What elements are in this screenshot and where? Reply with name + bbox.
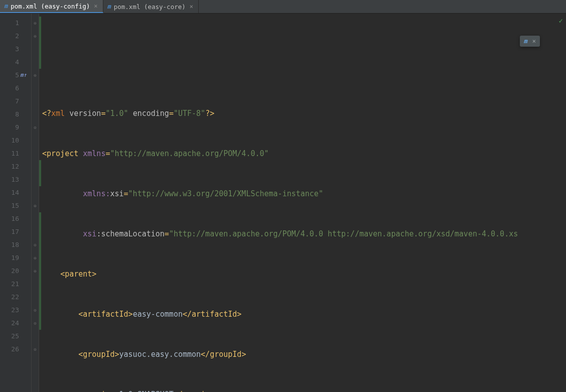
code-line[interactable]: <version>1.0-SNAPSHOT</version>	[39, 388, 566, 392]
tab-pom-easy-config[interactable]: m pom.xml (easy-config) ×	[0, 0, 103, 13]
code-line[interactable]: xmlns:xsi="http://www.w3.org/2001/XMLSch…	[39, 187, 566, 200]
line-number[interactable]: 19	[0, 251, 31, 265]
fold-handle[interactable]	[32, 160, 39, 173]
line-number[interactable]: 9	[0, 121, 31, 134]
line-number[interactable]: 12	[0, 160, 31, 173]
fold-handle[interactable]: ⊝	[32, 121, 39, 134]
editor: 12345m↑678910111213141516171819202122232…	[0, 14, 566, 392]
code-line[interactable]: <?xml version="1.0" encoding="UTF-8"?>	[39, 107, 566, 120]
code-line[interactable]: xsi:schemaLocation="http://maven.apache.…	[39, 227, 566, 240]
line-number[interactable]: 2	[0, 30, 31, 43]
fold-handle[interactable]	[32, 278, 39, 291]
fold-handle[interactable]	[32, 56, 39, 69]
tab-pom-easy-core[interactable]: m pom.xml (easy-core) ×	[103, 0, 199, 13]
code-line[interactable]: <groupId>yasuoc.easy.common</groupId>	[39, 348, 566, 361]
fold-handle[interactable]: ⊖	[32, 69, 39, 82]
line-number[interactable]: 17	[0, 225, 31, 238]
line-number[interactable]: 22	[0, 291, 31, 304]
close-icon[interactable]: ×	[532, 38, 536, 45]
line-number[interactable]: 4	[0, 56, 31, 69]
fold-handle[interactable]	[32, 291, 39, 304]
fold-handle[interactable]	[32, 147, 39, 160]
line-number[interactable]: 26	[0, 343, 31, 356]
fold-handle[interactable]	[32, 108, 39, 121]
close-icon[interactable]: ×	[93, 3, 98, 10]
fold-handle[interactable]	[32, 82, 39, 95]
fold-handle[interactable]	[32, 330, 39, 343]
fold-handle[interactable]: ⊖	[32, 30, 39, 43]
line-number[interactable]: 20	[0, 265, 31, 278]
line-number[interactable]: 21	[0, 278, 31, 291]
maven-icon: m	[524, 38, 527, 45]
fold-handle[interactable]	[32, 186, 39, 199]
line-number[interactable]: 15	[0, 199, 31, 212]
line-number[interactable]: 11	[0, 147, 31, 160]
vcs-change-marker[interactable]	[39, 160, 41, 186]
line-number[interactable]: 1	[0, 17, 31, 30]
close-icon[interactable]: ×	[189, 3, 194, 10]
line-number[interactable]: 14	[0, 186, 31, 199]
maven-gutter-icon[interactable]: m↑	[20, 69, 27, 82]
line-number[interactable]: 16	[0, 212, 31, 225]
maven-reload-popup[interactable]: m ×	[520, 36, 540, 47]
line-number[interactable]: 3	[0, 43, 31, 56]
line-number[interactable]: 8	[0, 108, 31, 121]
fold-handle[interactable]: ⊖	[32, 265, 39, 278]
code-line[interactable]: <project xmlns="http://maven.apache.org/…	[39, 147, 566, 160]
vcs-change-marker[interactable]	[39, 17, 41, 69]
maven-icon: m	[107, 3, 111, 10]
vcs-change-marker[interactable]	[39, 212, 41, 330]
fold-handle[interactable]	[32, 212, 39, 225]
tab-bar: m pom.xml (easy-config) × m pom.xml (eas…	[0, 0, 566, 14]
fold-handle[interactable]	[32, 43, 39, 56]
fold-handle[interactable]	[32, 134, 39, 147]
fold-strip[interactable]: ⊖⊖⊖⊝⊖⊝⊖⊖⊝⊝⊝	[31, 14, 39, 392]
tab-label: pom.xml (easy-config)	[11, 3, 90, 10]
fold-handle[interactable]	[32, 173, 39, 186]
line-number[interactable]: 23	[0, 304, 31, 317]
fold-handle[interactable]	[32, 225, 39, 238]
fold-handle[interactable]: ⊝	[32, 317, 39, 330]
line-number[interactable]: 7	[0, 95, 31, 108]
analysis-ok-icon[interactable]: ✓	[559, 17, 563, 25]
line-number-gutter[interactable]: 12345m↑678910111213141516171819202122232…	[0, 14, 31, 392]
maven-icon: m	[4, 3, 8, 10]
fold-handle[interactable]	[32, 95, 39, 108]
line-number[interactable]: 5m↑	[0, 69, 31, 82]
fold-handle[interactable]: ⊖	[32, 17, 39, 30]
fold-handle[interactable]: ⊝	[32, 343, 39, 356]
code-line[interactable]: <artifactId>easy-common</artifactId>	[39, 308, 566, 321]
line-number[interactable]: 6	[0, 82, 31, 95]
line-number[interactable]: 10	[0, 134, 31, 147]
line-number[interactable]: 25	[0, 330, 31, 343]
fold-handle[interactable]: ⊝	[32, 238, 39, 251]
tab-label: pom.xml (easy-core)	[114, 3, 186, 11]
fold-handle[interactable]: ⊖	[32, 199, 39, 212]
line-number[interactable]: 24	[0, 317, 31, 330]
code-line[interactable]: <parent>	[39, 268, 566, 281]
fold-handle[interactable]: ⊖	[32, 251, 39, 265]
code-area[interactable]: ✓ m × <?xml version="1.0" encoding="UTF-…	[39, 14, 566, 392]
fold-handle[interactable]: ⊝	[32, 304, 39, 317]
line-number[interactable]: 13	[0, 173, 31, 186]
line-number[interactable]: 18	[0, 238, 31, 251]
